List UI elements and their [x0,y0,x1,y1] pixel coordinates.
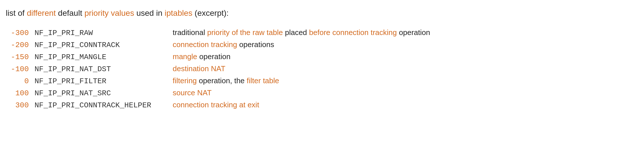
desc-text: operations [237,40,274,49]
priority-constant: NF_IP_PRI_FILTER [35,77,173,86]
intro-text-3: used in [134,9,165,18]
priority-description: source NAT [173,88,212,97]
priority-description: mangle operation [173,52,230,61]
desc-text: traditional [173,28,207,37]
priority-table: -300NF_IP_PRI_RAWtraditional priority of… [6,28,638,110]
priority-description: traditional priority of the raw table pl… [173,28,430,37]
desc-highlight: mangle [173,52,197,61]
intro-text-1: list of [6,9,27,18]
desc-highlight: filter table [247,76,279,85]
table-row: -200NF_IP_PRI_CONNTRACKconnection tracki… [9,40,638,49]
priority-description: destination NAT [173,64,225,73]
priority-number: -300 [9,29,35,37]
priority-description: connection tracking operations [173,40,274,49]
desc-highlight: filtering [173,76,197,85]
priority-number: -100 [9,65,35,73]
desc-highlight: source NAT [173,88,212,97]
priority-description: filtering operation, the filter table [173,76,279,85]
desc-highlight: destination NAT [173,64,225,73]
desc-highlight: before connection tracking [309,28,397,37]
intro-different: different [27,9,56,18]
table-row: -300NF_IP_PRI_RAWtraditional priority of… [9,28,638,37]
priority-constant: NF_IP_PRI_NAT_DST [35,65,173,73]
intro-line: list of different default priority value… [6,9,638,18]
priority-number: 100 [9,89,35,98]
priority-constant: NF_IP_PRI_RAW [35,29,173,37]
intro-text-4: (excerpt): [193,9,229,18]
desc-highlight: connection tracking at exit [173,100,259,109]
priority-constant: NF_IP_PRI_CONNTRACK [35,41,173,49]
priority-constant: NF_IP_PRI_CONNTRACK_HELPER [35,101,173,110]
table-row: 100NF_IP_PRI_NAT_SRCsource NAT [9,88,638,98]
desc-text: operation, the [197,76,247,85]
priority-number: -200 [9,41,35,49]
priority-number: -150 [9,53,35,61]
priority-number: 300 [9,101,35,110]
desc-highlight: connection tracking [173,40,237,49]
priority-description: connection tracking at exit [173,100,259,109]
priority-constant: NF_IP_PRI_NAT_SRC [35,89,173,98]
table-row: 300NF_IP_PRI_CONNTRACK_HELPERconnection … [9,100,638,110]
desc-text: operation [397,28,430,37]
intro-text-2: default [56,9,85,18]
intro-iptables: iptables [165,9,193,18]
priority-constant: NF_IP_PRI_MANGLE [35,53,173,61]
desc-text: placed [283,28,309,37]
table-row: 0NF_IP_PRI_FILTERfiltering operation, th… [9,76,638,86]
desc-text: operation [197,52,230,61]
table-row: -100NF_IP_PRI_NAT_DSTdestination NAT [9,64,638,73]
table-row: -150NF_IP_PRI_MANGLEmangle operation [9,52,638,61]
desc-highlight: priority of the raw table [207,28,283,37]
priority-number: 0 [9,77,35,86]
intro-priority-values: priority values [84,9,134,18]
